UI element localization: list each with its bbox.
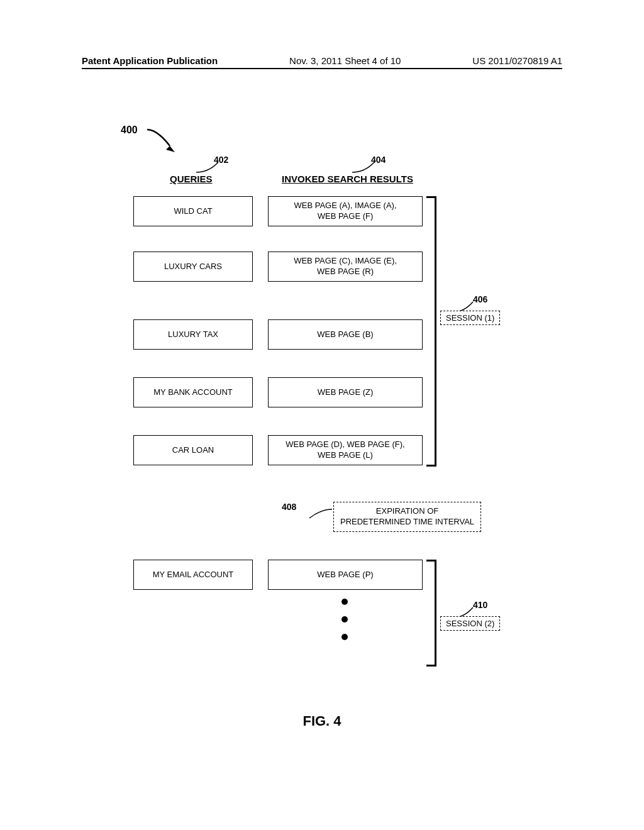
ref-410-label: 410 — [473, 600, 487, 610]
query-box: WILD CAT — [133, 196, 253, 226]
queries-column-header: QUERIES — [170, 174, 213, 184]
query-box: CAR LOAN — [133, 435, 253, 465]
query-box: MY EMAIL ACCOUNT — [133, 560, 253, 590]
ref-402-label: 402 — [214, 155, 228, 165]
header-center: Nov. 3, 2011 Sheet 4 of 10 — [289, 55, 401, 66]
dot-icon — [341, 616, 348, 622]
ref-404-label: 404 — [371, 155, 386, 165]
header-divider — [82, 68, 562, 69]
result-box: WEB PAGE (C), IMAGE (E), WEB PAGE (R) — [268, 252, 423, 282]
query-box: LUXURY TAX — [133, 319, 253, 350]
expiration-box: EXPIRATION OF PREDETERMINED TIME INTERVA… — [333, 502, 481, 532]
dot-icon — [341, 634, 348, 640]
page-header: Patent Application Publication Nov. 3, 2… — [0, 55, 644, 66]
header-right: US 2011/0270819 A1 — [472, 55, 562, 66]
ref-400-label: 400 — [121, 124, 138, 136]
result-box: WEB PAGE (A), IMAGE (A), WEB PAGE (F) — [268, 196, 423, 226]
query-box: MY BANK ACCOUNT — [133, 377, 253, 407]
query-box: LUXURY CARS — [133, 252, 253, 282]
header-left: Patent Application Publication — [82, 55, 218, 66]
session-1-label: SESSION (1) — [440, 311, 500, 325]
result-box: WEB PAGE (B) — [268, 319, 423, 350]
dot-icon — [341, 599, 348, 605]
continuation-dots-icon — [341, 599, 348, 640]
session-1-brace — [426, 196, 436, 467]
ref-408-tick-icon — [302, 507, 333, 519]
ref-408-label: 408 — [282, 502, 296, 512]
result-box: WEB PAGE (D), WEB PAGE (F), WEB PAGE (L) — [268, 435, 423, 465]
session-2-brace — [426, 560, 436, 667]
figure-diagram: 400 402 QUERIES 404 INVOKED SEARCH RESUL… — [82, 119, 562, 780]
ref-400-arrow-icon — [145, 127, 182, 156]
results-column-header: INVOKED SEARCH RESULTS — [282, 174, 413, 184]
svg-marker-0 — [166, 146, 175, 152]
figure-caption: FIG. 4 — [0, 713, 644, 729]
result-box: WEB PAGE (P) — [268, 560, 423, 590]
session-2-label: SESSION (2) — [440, 616, 500, 631]
result-box: WEB PAGE (Z) — [268, 377, 423, 407]
ref-406-label: 406 — [473, 294, 487, 304]
